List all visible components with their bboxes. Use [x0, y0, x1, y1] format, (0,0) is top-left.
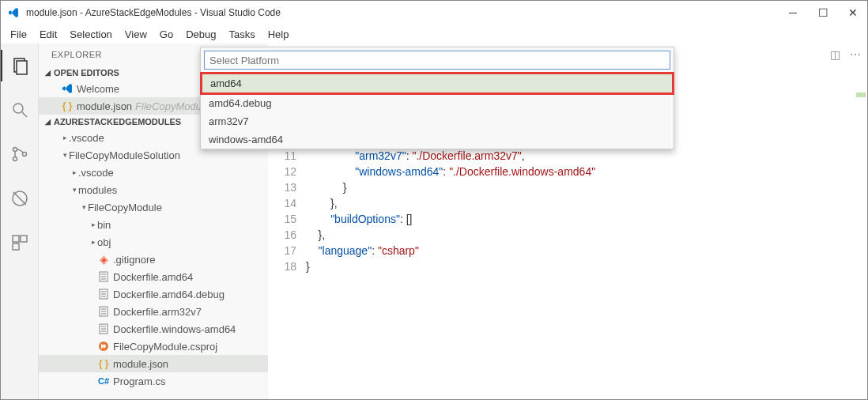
- chevron-icon: ▸: [70, 168, 78, 176]
- svg-line-8: [13, 192, 26, 205]
- chevron-down-icon: ◢: [45, 118, 51, 126]
- file-icon: [97, 270, 110, 283]
- tree-item[interactable]: Dockerfile.amd64.debug: [39, 285, 268, 303]
- tree-item[interactable]: Dockerfile.arm32v7: [39, 303, 268, 320]
- file-label: module.json: [77, 100, 132, 112]
- menu-tasks[interactable]: Tasks: [222, 27, 261, 42]
- debug-tab[interactable]: [1, 183, 39, 214]
- tree-item[interactable]: Dockerfile.windows-amd64: [39, 320, 268, 338]
- palette-option[interactable]: amd64: [200, 72, 674, 95]
- tree-item[interactable]: ▸obj: [39, 233, 268, 251]
- more-actions-icon[interactable]: ⋯: [850, 48, 861, 61]
- command-palette: amd64amd64.debugarm32v7windows-amd64: [200, 47, 674, 149]
- scrollbar-marker: [856, 92, 866, 97]
- svg-rect-1: [17, 61, 27, 74]
- chevron-icon: ▾: [61, 151, 69, 159]
- svg-line-3: [22, 112, 27, 117]
- window-controls: ─ ☐ ✕: [785, 6, 861, 19]
- tree-item[interactable]: ▾FileCopyModule: [39, 198, 268, 216]
- csproj-icon: [97, 340, 110, 353]
- close-button[interactable]: ✕: [845, 6, 861, 19]
- svg-point-6: [22, 153, 26, 157]
- git-icon: ◈: [97, 253, 110, 266]
- tree-item[interactable]: ▸.vscode: [39, 164, 268, 181]
- svg-rect-9: [13, 236, 19, 242]
- json-icon: { }: [61, 100, 74, 112]
- open-editors-label: OPEN EDITORS: [54, 68, 119, 77]
- chevron-icon: ▸: [89, 221, 97, 228]
- tree-item[interactable]: FileCopyModule.csproj: [39, 338, 268, 355]
- split-editor-icon[interactable]: ◫: [830, 48, 840, 61]
- tree-label: Dockerfile.amd64.debug: [113, 289, 225, 300]
- tree-label: FileCopyModule: [88, 202, 162, 213]
- chevron-down-icon: ◢: [45, 69, 51, 77]
- tree-label: Dockerfile.amd64: [113, 271, 193, 283]
- tree-label: Dockerfile.windows-amd64: [113, 323, 236, 335]
- activity-bar: [1, 43, 39, 399]
- svg-rect-11: [13, 243, 19, 250]
- svg-point-5: [13, 157, 17, 161]
- menu-view[interactable]: View: [119, 27, 153, 42]
- tree-label: FileCopyModule.csproj: [113, 341, 217, 353]
- tree-label: Program.cs: [113, 375, 165, 387]
- tree-item[interactable]: ◈.gitignore: [39, 251, 268, 268]
- json-icon: { }: [97, 357, 110, 370]
- explorer-tab[interactable]: [1, 50, 39, 81]
- palette-input[interactable]: [204, 51, 670, 70]
- window-title: module.json - AzureStackEdgeModules - Vi…: [26, 7, 785, 18]
- workspace-label: AZURESTACKEDGEMODULES: [54, 117, 181, 126]
- file-icon: [97, 305, 110, 318]
- chevron-icon: ▸: [89, 238, 97, 246]
- palette-option[interactable]: windows-amd64: [201, 130, 674, 149]
- menu-selection[interactable]: Selection: [63, 27, 118, 42]
- tree-item[interactable]: ▾modules: [39, 181, 268, 198]
- menu-bar: FileEditSelectionViewGoDebugTasksHelp: [1, 25, 867, 43]
- cs-icon: C#: [97, 375, 110, 387]
- vscode-icon: [61, 82, 74, 95]
- file-label: Welcome: [77, 83, 119, 95]
- chevron-icon: ▾: [80, 203, 88, 211]
- file-icon: [97, 288, 110, 300]
- svg-point-2: [13, 104, 23, 113]
- svg-point-4: [13, 148, 17, 152]
- file-path-dim: FileCopyModu: [135, 100, 202, 112]
- tree-label: .vscode: [78, 167, 114, 179]
- title-bar: module.json - AzureStackEdgeModules - Vi…: [1, 1, 867, 25]
- chevron-icon: ▸: [61, 134, 69, 142]
- file-icon: [97, 323, 110, 335]
- tree-item[interactable]: ▸bin: [39, 216, 268, 233]
- palette-option[interactable]: arm32v7: [201, 112, 674, 130]
- menu-file[interactable]: File: [4, 27, 33, 42]
- tree-item[interactable]: C#Program.cs: [39, 372, 268, 390]
- svg-rect-10: [21, 236, 27, 242]
- search-tab[interactable]: [1, 94, 39, 126]
- editor-actions: ◫ ⋯: [830, 48, 861, 61]
- tree-label: .gitignore: [113, 254, 155, 266]
- menu-go[interactable]: Go: [153, 27, 179, 42]
- tree-label: bin: [97, 219, 111, 231]
- tree-label: module.json: [113, 358, 168, 370]
- source-control-tab[interactable]: [1, 138, 39, 170]
- palette-option[interactable]: amd64.debug: [201, 94, 674, 112]
- menu-edit[interactable]: Edit: [33, 27, 63, 42]
- extensions-tab[interactable]: [1, 227, 39, 258]
- menu-help[interactable]: Help: [262, 27, 296, 42]
- menu-debug[interactable]: Debug: [179, 27, 222, 42]
- tree-label: .vscode: [69, 132, 104, 144]
- vscode-icon: [7, 6, 20, 19]
- tree-item[interactable]: Dockerfile.amd64: [39, 268, 268, 285]
- chevron-icon: ▾: [70, 186, 78, 194]
- minimize-button[interactable]: ─: [785, 6, 801, 19]
- tree-label: Dockerfile.arm32v7: [113, 306, 202, 318]
- tree-item[interactable]: { }module.json: [39, 355, 268, 372]
- maximize-button[interactable]: ☐: [815, 6, 831, 19]
- tree-label: obj: [97, 236, 111, 248]
- tree-label: FileCopyModuleSolution: [69, 149, 180, 161]
- tree-label: modules: [78, 184, 117, 196]
